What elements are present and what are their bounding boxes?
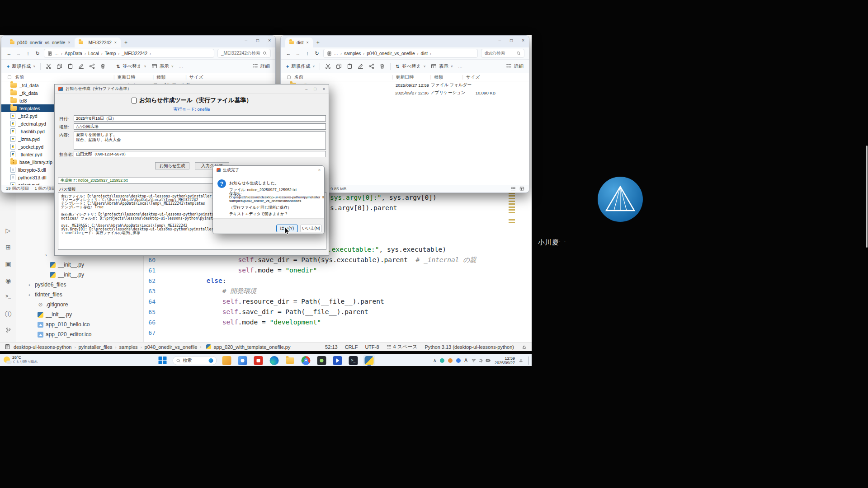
notification-bell-icon[interactable] <box>519 358 524 363</box>
python-app-button[interactable] <box>363 355 375 366</box>
close-button[interactable]: × <box>323 87 325 91</box>
refresh-button[interactable]: ↻ <box>314 51 320 56</box>
delete-icon[interactable] <box>379 63 385 69</box>
cut-icon[interactable] <box>325 63 331 69</box>
show-desktop-button[interactable] <box>528 357 529 365</box>
encoding-indicator[interactable]: UTF-8 <box>365 344 379 350</box>
tab-close-icon[interactable]: × <box>307 40 309 45</box>
widgets-weather-button[interactable]: 26°Cくもり時々晴れ <box>4 355 38 364</box>
tree-folder[interactable]: ›tkinter_files <box>16 290 144 300</box>
tray-icon-orange[interactable] <box>448 358 453 363</box>
cut-icon[interactable] <box>46 63 52 69</box>
notifications-bell-icon[interactable] <box>521 344 527 350</box>
sort-button[interactable]: ⇅並べ替え∨ <box>396 63 425 70</box>
up-button[interactable]: ↑ <box>304 51 311 56</box>
date-input[interactable]: 2025年8月16日（日） <box>74 115 326 122</box>
indent-indicator[interactable]: 4 スペース <box>387 343 418 350</box>
terminal-button[interactable]: >_ <box>348 355 359 366</box>
copy-icon[interactable] <box>336 63 342 69</box>
share-icon[interactable] <box>89 63 95 69</box>
tree-item[interactable]: app_020_editor.ico <box>16 329 144 339</box>
dialog-title-bar[interactable]: お知らせ作成（実行ファイル基準） – □ × <box>55 84 329 94</box>
status-breadcrumb[interactable]: desktop-ui-lessons-python pyinstaller_fi… <box>14 344 290 350</box>
media-app-button[interactable] <box>332 355 344 366</box>
maximize-button[interactable]: □ <box>256 38 259 43</box>
close-button[interactable]: × <box>522 38 524 43</box>
tab-close-icon[interactable]: × <box>68 40 70 45</box>
large-view-toggle-icon[interactable] <box>519 186 524 191</box>
select-all-checkbox[interactable] <box>8 75 11 79</box>
details-button[interactable]: 詳細 <box>506 63 524 70</box>
edge-button[interactable] <box>269 355 280 366</box>
copy-icon[interactable] <box>57 63 62 69</box>
content-textarea[interactable]: 夏祭りを開催します。 屋台、盆踊り、花火大会 <box>74 131 326 150</box>
file-explorer-button[interactable] <box>284 355 296 366</box>
refresh-button[interactable]: ↻ <box>34 51 41 56</box>
tree-folder[interactable]: ›pyside6_files <box>16 280 144 290</box>
hidden-icons-chevron[interactable]: ∧ <box>433 358 436 363</box>
tree-item[interactable]: app_010_hello.ico <box>16 319 144 329</box>
sort-button[interactable]: ⇅並べ替え∨ <box>116 63 146 70</box>
column-date[interactable]: 更新日時 <box>396 74 428 80</box>
tab-close-icon[interactable]: × <box>114 40 117 45</box>
clock[interactable]: 12:59 2025/09/27 <box>495 356 515 365</box>
search-box[interactable]: _MEI322242の検索 <box>217 49 271 58</box>
minimize-button[interactable]: – <box>305 87 307 91</box>
column-name[interactable]: 名前 <box>15 74 111 80</box>
tree-item[interactable]: __init__.py <box>16 310 144 319</box>
capture-app-button[interactable] <box>316 355 328 366</box>
explorer-tab-strip[interactable]: dist× + <box>281 36 529 47</box>
no-button[interactable]: いいえ(N) <box>300 225 322 232</box>
eol-indicator[interactable]: CRLF <box>345 344 358 350</box>
column-size[interactable]: サイズ <box>466 74 480 80</box>
back-button[interactable]: ← <box>285 51 292 56</box>
new-button[interactable]: +新規作成∨ <box>286 63 315 70</box>
new-tab-button[interactable]: + <box>124 39 127 46</box>
rename-icon[interactable] <box>358 63 363 69</box>
more-button[interactable]: … <box>458 64 463 69</box>
forward-button[interactable]: → <box>295 51 301 56</box>
delete-icon[interactable] <box>100 63 106 69</box>
extensions-icon[interactable]: ⊞ <box>0 244 16 251</box>
ime-indicator[interactable]: A <box>464 358 467 363</box>
minimize-button[interactable]: – <box>499 38 501 43</box>
widgets-app-button[interactable] <box>221 355 233 366</box>
view-button[interactable]: 表示∨ <box>431 63 453 70</box>
run-icon[interactable]: ▷ <box>0 227 16 234</box>
details-button[interactable]: 詳細 <box>252 63 270 70</box>
list-view-toggle-icon[interactable] <box>511 186 516 191</box>
column-size[interactable]: サイズ <box>189 74 203 80</box>
run-debug-icon[interactable]: ◉ <box>0 277 16 284</box>
python-interpreter[interactable]: Python 3.13 (desktop-ui-lessons-python) <box>425 344 514 350</box>
paste-icon[interactable] <box>347 63 353 69</box>
close-button[interactable]: × <box>318 168 321 172</box>
tab-p040[interactable]: p040_onedir_vs_onefile× <box>6 38 74 47</box>
explorer-tab-strip[interactable]: p040_onedir_vs_onefile× _MEI322242× + <box>1 36 275 47</box>
place-input[interactable]: △△公園広場 <box>74 123 326 130</box>
video-scrollbar[interactable] <box>866 145 868 248</box>
column-type[interactable]: 種類 <box>434 74 459 80</box>
tree-item[interactable]: __init__.py <box>16 260 144 270</box>
paste-icon[interactable] <box>67 63 73 69</box>
up-button[interactable]: ↑ <box>25 51 31 56</box>
start-button[interactable] <box>157 355 169 366</box>
tray-icon-blue[interactable] <box>456 358 461 363</box>
search-box[interactable]: distの検索 <box>481 49 524 58</box>
problems-icon[interactable]: ⓘ <box>0 310 16 319</box>
forward-button[interactable]: → <box>15 51 22 56</box>
remote-explorer-icon[interactable]: ▣ <box>0 260 16 267</box>
maximize-button[interactable]: □ <box>510 38 513 43</box>
view-button[interactable]: 表示∨ <box>151 63 174 70</box>
rename-icon[interactable] <box>78 63 84 69</box>
tree-item[interactable]: ⊘.gitignore <box>16 300 144 310</box>
share-icon[interactable] <box>368 63 374 69</box>
column-name[interactable]: 名前 <box>294 74 389 80</box>
new-tab-button[interactable]: + <box>316 39 320 46</box>
photos-app-button[interactable] <box>237 355 249 366</box>
cursor-position[interactable]: 52:13 <box>325 344 338 350</box>
select-all-checkbox[interactable] <box>287 75 291 79</box>
address-bar[interactable]: … samples p040_onedir_vs_onefile dist <box>323 49 478 58</box>
more-button[interactable]: … <box>179 64 184 69</box>
column-type[interactable]: 種類 <box>156 74 183 80</box>
presentation-app-button[interactable] <box>253 355 264 366</box>
